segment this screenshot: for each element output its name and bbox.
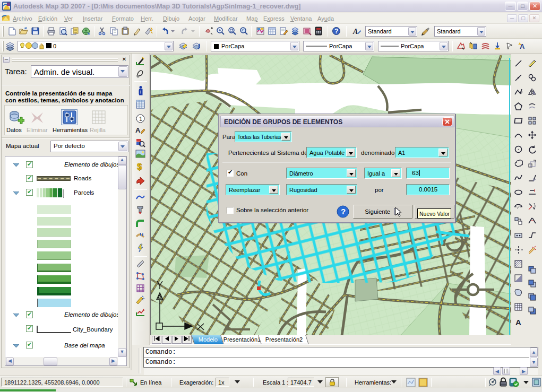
svg-text:A: A — [135, 126, 141, 134]
svg-text:1: 1 — [139, 116, 142, 122]
svg-text:A: A — [520, 42, 525, 50]
svg-text:?: ? — [334, 28, 338, 35]
svg-text:A: A — [352, 28, 358, 36]
svg-text:$: $ — [137, 162, 142, 172]
svg-text:?: ? — [341, 207, 346, 216]
